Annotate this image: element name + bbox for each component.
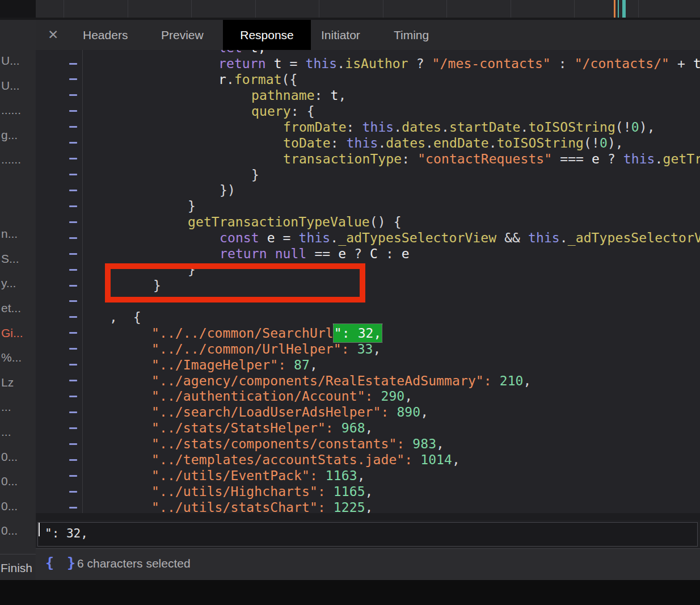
code-token: : [378, 246, 402, 261]
close-icon[interactable]: ✕ [48, 20, 58, 50]
pretty-print-braces-icon[interactable]: { } [45, 554, 78, 571]
code-token: == [306, 246, 338, 261]
code-line[interactable]: }) [220, 182, 235, 198]
code-line[interactable]: "../stats/components/constants": 983, [151, 436, 444, 452]
tab-initiator[interactable]: Initiator [321, 20, 360, 50]
code-token: C [370, 246, 378, 261]
fold-marker-icon[interactable] [69, 507, 77, 509]
code-line[interactable]: return null == e ? C : e [220, 246, 410, 262]
code-token: , [452, 452, 460, 467]
code-line[interactable]: , { [109, 309, 141, 325]
code-line[interactable]: "../search/LoadUserAdsHelper": 890, [151, 404, 428, 420]
fold-marker-icon[interactable] [69, 237, 77, 239]
request-row[interactable]: Gi... [0, 322, 36, 346]
fold-marker-icon[interactable] [69, 158, 77, 159]
tab-timing[interactable]: Timing [394, 20, 429, 50]
code-line[interactable]: "../stats/StatsHelper": 968, [151, 420, 373, 436]
code-line[interactable]: r.format({ [218, 72, 298, 87]
code-line[interactable]: pathname: t, [251, 87, 346, 103]
code-line[interactable]: transactionType: "contactRequests" === e… [283, 151, 700, 167]
fold-marker-icon[interactable] [69, 380, 77, 381]
request-row[interactable]: et... [0, 297, 36, 321]
request-row[interactable] [0, 198, 36, 222]
code-line[interactable]: "../authentication/Account": 290, [151, 388, 412, 404]
fold-marker-icon[interactable] [69, 491, 77, 493]
fold-marker-icon[interactable] [69, 190, 77, 191]
code-line[interactable]: "../../common/SearchUrl": 32, [151, 325, 382, 341]
code-line[interactable]: const e = this._adTypesSelectorView && t… [220, 230, 700, 246]
code-line[interactable]: "../utils/EventPack": 1163, [151, 468, 365, 484]
code-line[interactable]: } [188, 198, 196, 214]
request-row[interactable]: S... [0, 247, 36, 272]
find-input[interactable]: ": 32, [37, 522, 698, 547]
fold-marker-icon[interactable] [69, 253, 77, 255]
request-row[interactable]: 0... [0, 519, 36, 544]
fold-marker-icon[interactable] [69, 475, 77, 477]
fold-marker-icon[interactable] [69, 396, 77, 397]
request-row[interactable]: Lz [0, 371, 36, 396]
code-line[interactable]: "../utils/statsChart": 1225, [151, 499, 373, 513]
fold-marker-icon[interactable] [69, 94, 77, 96]
code-line[interactable]: "../agency/components/RealEstateAdSummar… [151, 373, 531, 389]
fold-marker-icon[interactable] [69, 78, 77, 80]
fold-marker-icon[interactable] [69, 459, 77, 461]
code-token: "../../common/SearchUrl [151, 326, 334, 341]
request-row[interactable]: ... [0, 396, 36, 420]
code-line[interactable]: query: { [251, 103, 315, 119]
request-row[interactable]: g... [0, 124, 36, 148]
code-token: this [305, 56, 337, 71]
request-row[interactable]: y... [0, 272, 36, 296]
fold-marker-icon[interactable] [69, 300, 77, 302]
tab-headers[interactable]: Headers [83, 20, 128, 50]
code-line[interactable]: let t, [218, 50, 266, 56]
code-token: toISOString [528, 120, 615, 135]
fold-marker-icon[interactable] [69, 316, 77, 318]
fold-marker-icon[interactable] [69, 411, 77, 413]
fold-marker-icon[interactable] [69, 126, 77, 128]
request-row[interactable]: 0... [0, 446, 36, 470]
request-row[interactable]: U... [0, 74, 36, 99]
code-line[interactable]: getTransactionTypeValue() { [188, 214, 402, 230]
request-row[interactable]: 0... [0, 495, 36, 519]
fold-marker-icon[interactable] [69, 142, 77, 144]
fold-marker-icon[interactable] [69, 269, 77, 271]
fold-marker-icon[interactable] [69, 427, 77, 429]
code-line[interactable]: toDate: this.dates.endDate.toISOString(!… [283, 135, 623, 151]
code-line[interactable]: "../../common/UrlHelper": 33, [151, 341, 381, 357]
code-line[interactable]: "../ImageHelper": 87, [151, 357, 318, 373]
horizontal-scrollbar[interactable] [36, 513, 700, 520]
code-line[interactable]: } [188, 262, 196, 278]
request-row[interactable]: n... [0, 222, 36, 247]
code-line[interactable]: "../templates/accountStats.jade": 1014, [151, 452, 460, 468]
request-row[interactable]: 0... [0, 470, 36, 494]
request-row[interactable]: ...... [0, 148, 36, 173]
request-row[interactable]: U... [0, 49, 36, 74]
code-token: . [520, 120, 528, 135]
code-line[interactable]: } [153, 278, 161, 293]
code-line[interactable]: } [251, 167, 259, 183]
request-row[interactable] [0, 173, 36, 198]
fold-marker-icon[interactable] [69, 221, 77, 223]
response-code-viewer[interactable]: let t,return t = this.isAuthor ? "/mes-c… [36, 50, 700, 513]
fold-marker-icon[interactable] [69, 443, 77, 445]
fold-marker-icon[interactable] [69, 348, 77, 350]
fold-marker-icon[interactable] [69, 63, 77, 65]
code-line[interactable]: return t = this.isAuthor ? "/mes-contact… [218, 56, 700, 72]
code-token [291, 230, 299, 245]
fold-marker-icon[interactable] [69, 110, 77, 112]
request-row-label: 0... [1, 474, 18, 488]
code-line[interactable]: "../utils/Highcharts": 1165, [151, 484, 373, 499]
request-row[interactable]: ...... [0, 99, 36, 123]
fold-marker-icon[interactable] [69, 364, 77, 365]
fold-marker-icon[interactable] [69, 332, 77, 334]
code-line[interactable]: fromDate: this.dates.startDate.toISOStri… [283, 119, 655, 135]
fold-marker-icon[interactable] [69, 174, 77, 175]
overview-gridline [383, 0, 383, 18]
network-overview-strip[interactable] [0, 0, 700, 18]
tab-preview[interactable]: Preview [161, 20, 204, 50]
fold-marker-icon[interactable] [69, 205, 77, 207]
fold-marker-icon[interactable] [69, 285, 77, 287]
request-row[interactable]: %... [0, 346, 36, 371]
request-row[interactable]: ... [0, 421, 36, 445]
tab-response[interactable]: Response [223, 20, 311, 50]
